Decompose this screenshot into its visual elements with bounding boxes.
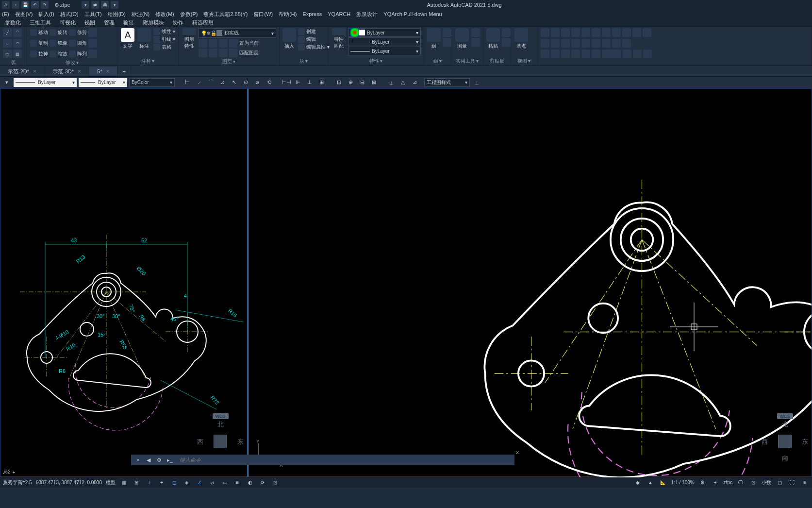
menu-yqarch-pd[interactable]: YQArch Pull-down Menu bbox=[383, 11, 442, 17]
dim-tool-2[interactable]: ⟋ bbox=[194, 78, 204, 87]
cmd-handle-icon[interactable]: ◀ bbox=[144, 455, 153, 465]
layer-btn-3[interactable] bbox=[219, 39, 228, 48]
qat-redo-icon[interactable]: ↷ bbox=[41, 1, 49, 9]
ext-btn[interactable] bbox=[612, 39, 621, 48]
layer-btn-6[interactable] bbox=[209, 49, 217, 57]
layout-tab[interactable]: 局2 bbox=[3, 469, 11, 475]
ext-btn[interactable] bbox=[592, 39, 600, 48]
cmd-close-icon[interactable]: × bbox=[133, 455, 143, 465]
qat-open-icon[interactable]: ▫ bbox=[12, 1, 19, 9]
dimstyle-combo[interactable]: 工程图样式▾ bbox=[424, 78, 470, 87]
create-block-button[interactable]: 创建 bbox=[298, 28, 330, 35]
make-current-button[interactable]: 置为当前 bbox=[239, 40, 259, 47]
dim-tool-4[interactable]: ⊿ bbox=[217, 78, 227, 87]
dim-tool-8[interactable]: ⟲ bbox=[264, 78, 274, 87]
line-button[interactable]: ╱ bbox=[3, 28, 12, 37]
menu-window[interactable]: 窗口(W) bbox=[253, 11, 273, 18]
dim-tool-12[interactable]: ⊞ bbox=[316, 78, 326, 87]
ext-btn[interactable] bbox=[551, 50, 560, 58]
sb-cycle-icon[interactable]: ⟳ bbox=[258, 478, 267, 487]
ext-btn[interactable] bbox=[561, 39, 570, 48]
dim-tool-13[interactable]: ⊡ bbox=[334, 78, 344, 87]
ext-btn[interactable] bbox=[602, 50, 621, 58]
dim-tool-6[interactable]: ⊙ bbox=[241, 78, 250, 87]
close-icon[interactable]: × bbox=[33, 68, 36, 75]
linear-dim-button[interactable]: 线性 ▾ bbox=[153, 28, 175, 35]
paste-button[interactable]: 粘贴 bbox=[486, 28, 500, 50]
ext-btn[interactable] bbox=[581, 39, 590, 48]
sb-otrack-icon[interactable]: ∠ bbox=[195, 478, 204, 487]
layer-btn-8[interactable] bbox=[229, 49, 238, 57]
qat-share-icon[interactable]: ⇄ bbox=[91, 1, 99, 9]
menu-insert[interactable]: 插入(I) bbox=[38, 11, 54, 18]
ext-btn[interactable] bbox=[622, 28, 631, 37]
ext-btn[interactable] bbox=[602, 39, 611, 48]
dim-tool-1[interactable]: ⊢ bbox=[182, 78, 192, 87]
fillet-button[interactable]: 圆角 bbox=[69, 40, 87, 47]
rotate-button[interactable]: 旋转 bbox=[50, 29, 67, 36]
sb-user[interactable]: zfpc bbox=[724, 480, 732, 485]
ext-btn[interactable] bbox=[581, 28, 590, 37]
ext-btn[interactable] bbox=[551, 28, 560, 37]
viewcube-right[interactable]: 北 南 西 东 bbox=[765, 422, 804, 461]
menu-tools[interactable]: 工具(T) bbox=[84, 11, 102, 18]
menu-format[interactable]: 格式(O) bbox=[60, 11, 79, 18]
viewcube-top-face[interactable] bbox=[214, 435, 227, 448]
close-icon[interactable]: × bbox=[106, 68, 109, 75]
match-properties-button[interactable]: 特性 匹配 bbox=[331, 28, 346, 50]
ext-btn[interactable] bbox=[561, 28, 570, 37]
basepoint-button[interactable]: 基点 bbox=[514, 28, 529, 50]
menu-express[interactable]: Express bbox=[302, 11, 322, 17]
layout-add-button[interactable]: + bbox=[13, 470, 16, 475]
menu-dimension[interactable]: 标注(N) bbox=[132, 11, 149, 18]
dim-tool-7[interactable]: ⌀ bbox=[252, 78, 262, 87]
menu-view[interactable]: 视图(V) bbox=[15, 11, 33, 18]
ribbon-tab-output[interactable]: 输出 bbox=[121, 19, 136, 26]
dim-tool-20[interactable]: ⟂ bbox=[472, 78, 481, 87]
lineweight-combo-2[interactable]: ByLayer▾ bbox=[14, 78, 77, 87]
modify-extra-2[interactable] bbox=[88, 39, 97, 48]
dim-tool-16[interactable]: ⊠ bbox=[369, 78, 379, 87]
new-doc-tab[interactable]: + bbox=[117, 67, 131, 76]
sb-monitor-icon[interactable]: 🖵 bbox=[736, 478, 745, 487]
copy-clip-button[interactable] bbox=[502, 28, 511, 37]
ungroup-button[interactable] bbox=[443, 28, 451, 37]
sb-ortho-icon[interactable]: ⊥ bbox=[145, 478, 153, 487]
mirror-button[interactable]: 镜像 bbox=[50, 40, 67, 47]
sb-zoom[interactable]: 1:1 / 100% bbox=[671, 480, 695, 485]
ribbon-tab-view[interactable]: 视图 bbox=[83, 19, 97, 26]
ext-btn[interactable] bbox=[643, 28, 651, 37]
sb-clean-icon[interactable]: ▢ bbox=[775, 478, 784, 487]
doc-tab-3d[interactable]: 示范-3D*× bbox=[45, 67, 89, 76]
menu-file[interactable]: (E) bbox=[2, 11, 9, 17]
current-layer-combo[interactable]: 💡 ❄ 🔓 粗实线 ▾ bbox=[199, 28, 276, 38]
cut-clip-button[interactable] bbox=[502, 38, 511, 47]
sb-space[interactable]: 模型 bbox=[106, 479, 116, 486]
ribbon-tab-3d[interactable]: 三维工具 bbox=[28, 19, 53, 26]
ext-btn[interactable] bbox=[592, 28, 600, 37]
layer-btn-7[interactable] bbox=[219, 49, 228, 57]
pline-button[interactable]: ⌒ bbox=[13, 28, 22, 37]
ext-btn[interactable] bbox=[612, 28, 621, 37]
dim-tool-5[interactable]: ↖ bbox=[229, 78, 239, 87]
dim-tool-3[interactable]: ⌒ bbox=[206, 78, 215, 87]
ext-btn[interactable] bbox=[541, 39, 549, 48]
layer-btn-4[interactable] bbox=[229, 39, 238, 48]
ribbon-tab-addins[interactable]: 附加模块 bbox=[141, 19, 166, 26]
viewport-right[interactable]: YX WCS 北 南 西 东 bbox=[248, 88, 812, 477]
edit-attr-button[interactable]: 编辑属性 ▾ bbox=[298, 44, 330, 51]
sb-dynucs-icon[interactable]: ⊿ bbox=[208, 478, 216, 487]
sb-gear-icon[interactable]: ⚙ bbox=[698, 478, 707, 487]
bycolor-combo[interactable]: ByColor▾ bbox=[129, 78, 175, 87]
layer-properties-button[interactable]: 图层 特性 bbox=[182, 28, 197, 50]
ext-btn[interactable] bbox=[541, 28, 549, 37]
qat-save-icon[interactable]: 💾 bbox=[21, 1, 29, 9]
match-layer-button[interactable]: 匹配图层 bbox=[239, 50, 259, 56]
array-button[interactable]: 阵列 bbox=[69, 51, 87, 57]
ext-btn[interactable] bbox=[571, 39, 580, 48]
group-edit-button[interactable] bbox=[443, 38, 451, 47]
dim-tool-18[interactable]: △ bbox=[398, 78, 408, 87]
edit-block-button[interactable]: 编辑 bbox=[298, 36, 330, 43]
app-menu-icon[interactable]: A bbox=[2, 1, 10, 9]
ext-btn[interactable] bbox=[551, 39, 560, 48]
